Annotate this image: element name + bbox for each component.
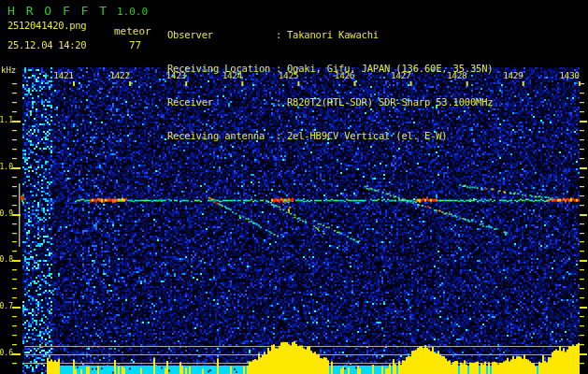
time-tick-label: 1428: [447, 70, 466, 80]
freq-axis-unit: kHz: [1, 65, 16, 75]
info-label: Observer: [167, 29, 276, 40]
mode-label: meteor: [114, 25, 151, 37]
time-tick-label: 1430: [559, 70, 579, 80]
time-tick-label: 1427: [391, 70, 410, 80]
info-value: R820T2(RTL-SDR) SDR-Sharp 53.1000MHz: [287, 96, 493, 108]
freq-tick-label: 0.8: [0, 255, 13, 264]
info-colon: :: [276, 29, 285, 40]
app-title: H R O F F T: [7, 4, 108, 18]
time-tick-label: 1426: [335, 70, 354, 80]
info-row-receiver: Receiver:R820T2(RTL-SDR) SDR-Sharp 53.10…: [167, 96, 493, 108]
time-tick-label: 1422: [109, 70, 129, 80]
hrofft-window: H R O F F T 1.0.0 2512041420.png meteor …: [0, 0, 588, 374]
station-info: Observer:Takanori Kawachi Receiving Loca…: [167, 7, 493, 164]
time-tick-label: 1425: [279, 70, 298, 80]
output-filename: 2512041420.png: [7, 20, 86, 31]
info-value: Takanori Kawachi: [287, 29, 379, 40]
info-row-observer: Observer:Takanori Kawachi: [167, 29, 493, 40]
info-row-location: Receiving Location:Ogaki, Gifu, JAPAN (1…: [167, 63, 493, 74]
timestamp: 25.12.04 14:20: [7, 39, 86, 50]
info-label: Receiving antenna: [167, 130, 276, 141]
app-version: 1.0.0: [117, 6, 148, 18]
info-colon: :: [276, 96, 285, 108]
time-tick-label: 1421: [53, 70, 73, 80]
freq-tick-label: 1.0: [0, 163, 13, 171]
info-row-antenna: Receiving antenna:2el-HB9CV Vertical (el…: [167, 130, 493, 141]
freq-tick-label: 0.7: [0, 302, 13, 310]
info-colon: :: [276, 130, 285, 141]
freq-tick-label: 0.9: [0, 209, 13, 218]
info-label: Receiver: [167, 96, 276, 108]
freq-tick-label: 0.6: [0, 349, 13, 357]
freq-tick-label: 1.1: [0, 116, 13, 124]
info-value: 2el-HB9CV Vertical (el. E-W): [287, 130, 447, 141]
time-tick-label: 1429: [503, 70, 523, 80]
time-tick-label: 1424: [222, 70, 242, 80]
echo-count: 77: [129, 39, 141, 51]
time-tick-label: 1423: [166, 70, 186, 80]
